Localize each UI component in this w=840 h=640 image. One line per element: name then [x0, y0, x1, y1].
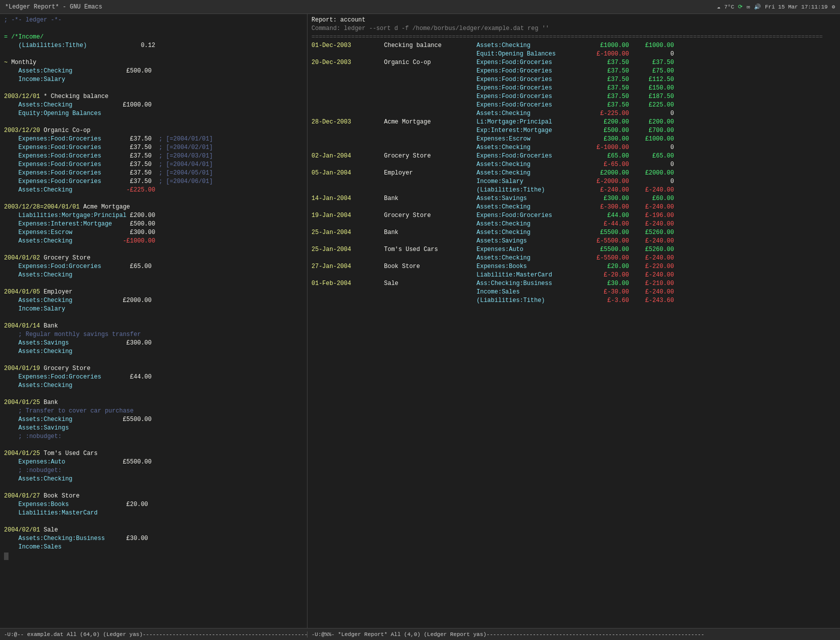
col-date	[312, 76, 384, 84]
col-date	[312, 254, 384, 262]
col-account: Expens:Food:Groceries	[476, 76, 584, 84]
col-date	[312, 50, 384, 58]
temperature: 7°C	[724, 4, 734, 10]
col-account: Expenses:Books	[476, 262, 584, 271]
col-amount2: £-240.00	[629, 220, 674, 228]
line-income-salary-1: Income:Salary	[4, 76, 303, 84]
line-comment-1: ; -*- ledger -*-	[4, 16, 303, 24]
col-amount2: £75.00	[629, 67, 674, 76]
line-car-comment: ; Transfer to cover car purchase	[4, 407, 303, 416]
line-mastercard: Liabilities:MasterCard	[4, 509, 303, 518]
line-savings-comment: ; Regular monthly savings transfer	[4, 330, 303, 339]
col-payee: Grocery Store	[384, 152, 476, 160]
col-payee	[384, 296, 476, 305]
col-amount2: £-240.00	[629, 271, 674, 280]
line-liabilities-tithe: (Liabilities:Tithe) 0.12	[4, 42, 303, 50]
col-payee	[384, 237, 476, 246]
line-nobudget-1: ; :nobudget:	[4, 432, 303, 441]
col-date	[312, 237, 384, 246]
col-account: Assets:Savings	[476, 237, 584, 246]
line-expenses-books: Expenses:Books £20.00	[4, 500, 303, 509]
col-account: Assets:Savings	[476, 194, 584, 203]
col-amount2: £700.00	[629, 126, 674, 135]
col-amount1: £37.50	[584, 92, 629, 101]
col-payee: Acme Mortgage	[384, 118, 476, 126]
col-date	[312, 84, 384, 92]
line-assets-checking-5500: Assets:Checking £5500.00	[4, 416, 303, 424]
col-date: 01-Feb-2004	[312, 280, 384, 288]
title-bar-right: ☁ 7°C ⟳ ✉ 🔊 Fri 15 Mar 17:11:19 ⚙	[717, 4, 835, 10]
col-date	[312, 288, 384, 296]
col-payee	[384, 92, 476, 101]
col-amount2: £-243.60	[629, 296, 674, 305]
line-acme-mortgage: 2003/12/28=2004/01/01 Acme Mortgage	[4, 203, 303, 212]
line-cursor	[4, 552, 8, 560]
line-income-heading: = /*Income/	[4, 33, 303, 42]
col-amount1: £-65.00	[584, 160, 629, 169]
line-toms-cars: 2004/01/25 Tom's Used Cars	[4, 450, 303, 458]
col-amount1: £65.00	[584, 152, 629, 160]
line-assets-checking-neg1000: Assets:Checking -£1000.00	[4, 237, 303, 246]
mail-icon: ✉	[746, 4, 750, 10]
report-row-14: Assets:Checking£-65.000	[312, 160, 836, 169]
line-expenses-auto: Expenses:Auto £5500.00	[4, 458, 303, 466]
line-income-salary-2: Income:Salary	[4, 305, 303, 314]
col-amount1: £5500.00	[584, 228, 629, 237]
col-date	[312, 110, 384, 118]
blank-4	[4, 118, 303, 126]
col-amount2: £150.00	[629, 84, 674, 92]
col-amount2: 0	[629, 144, 674, 152]
col-payee	[384, 203, 476, 212]
col-amount2: £225.00	[629, 101, 674, 110]
col-date: 05-Jan-2004	[312, 169, 384, 178]
col-amount1: £-20.00	[584, 271, 629, 280]
blank-2	[4, 50, 303, 58]
col-account: Expens:Food:Groceries	[476, 212, 584, 220]
report-row-25: Assets:Checking£-5500.00£-240.00	[312, 254, 836, 262]
left-pane-editor[interactable]: ; -*- ledger -*- = /*Income/ (Liabilitie…	[0, 14, 308, 628]
line-groceries-6: Expenses:Food:Groceries £37.50 ; [=2004/…	[4, 178, 303, 186]
col-account: Equit:Opening Balances	[476, 50, 584, 58]
col-amount1: £-240.00	[584, 186, 629, 194]
col-amount2: £5260.00	[629, 246, 674, 254]
col-payee	[384, 186, 476, 194]
line-mortgage-interest: Expenses:Interest:Mortgage £500.00	[4, 220, 303, 228]
col-amount1: £20.00	[584, 262, 629, 271]
report-entries-container: 01-Dec-2003Checking balanceAssets:Checki…	[312, 42, 836, 305]
col-amount2: £-240.00	[629, 186, 674, 194]
col-amount1: £500.00	[584, 126, 629, 135]
col-amount2: £-240.00	[629, 288, 674, 296]
col-payee	[384, 101, 476, 110]
col-payee	[384, 50, 476, 58]
col-account: Assets:Checking	[476, 110, 584, 118]
col-amount2: £-210.00	[629, 280, 674, 288]
report-row-19: Assets:Checking£-300.00£-240.00	[312, 203, 836, 212]
col-amount1: £5500.00	[584, 246, 629, 254]
line-escrow: Expenses:Escrow £300.00	[4, 228, 303, 237]
line-monthly: ~ Monthly	[4, 58, 303, 67]
col-date	[312, 67, 384, 76]
report-row-12: Assets:Checking£-1000.000	[312, 144, 836, 152]
col-account: Expens:Food:Groceries	[476, 152, 584, 160]
blank-5	[4, 194, 303, 203]
datetime: Fri 15 Mar 17:11:19	[765, 4, 828, 10]
settings-icon[interactable]: ⚙	[832, 4, 835, 10]
line-assets-checking-s: Assets:Checking	[4, 348, 303, 356]
col-payee	[384, 271, 476, 280]
col-amount1: £37.50	[584, 67, 629, 76]
report-row-26: 27-Jan-2004Book StoreExpenses:Books£20.0…	[312, 262, 836, 271]
col-payee: Bank	[384, 228, 476, 237]
col-date: 25-Jan-2004	[312, 228, 384, 237]
col-payee	[384, 67, 476, 76]
col-amount2: £5260.00	[629, 228, 674, 237]
col-amount2: £-196.00	[629, 212, 674, 220]
line-groceries-65: Expenses:Food:Groceries £65.00	[4, 262, 303, 271]
blank-11	[4, 441, 303, 450]
line-sale: 2004/02/01 Sale	[4, 526, 303, 534]
col-date	[312, 92, 384, 101]
col-payee: Employer	[384, 169, 476, 178]
right-pane-report[interactable]: Report: account Command: ledger --sort d…	[308, 14, 840, 628]
col-payee: Book Store	[384, 262, 476, 271]
col-amount1: £37.50	[584, 101, 629, 110]
col-date: 27-Jan-2004	[312, 262, 384, 271]
